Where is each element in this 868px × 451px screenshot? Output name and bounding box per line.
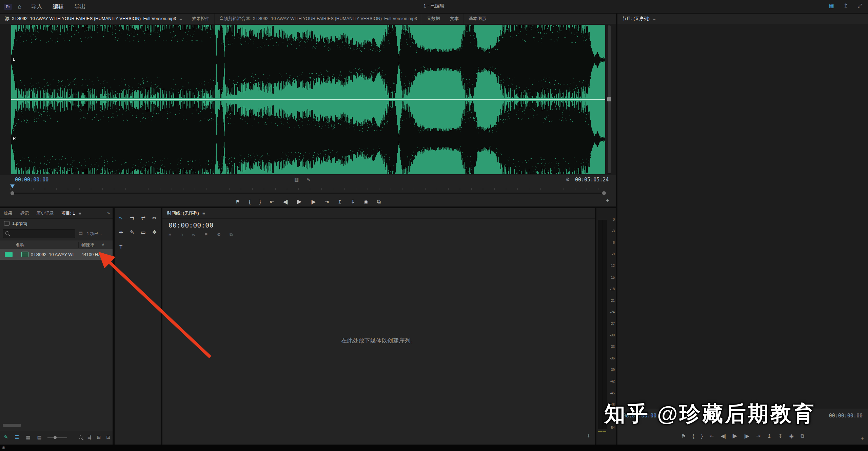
drag-audio-icon[interactable]: ∿ [307, 177, 311, 182]
search-bin-icon[interactable]: ▤ [79, 231, 83, 236]
slip-tool[interactable]: ⇹ [115, 227, 126, 237]
add-panel-button[interactable]: + [606, 197, 609, 204]
source-time-ruler[interactable] [0, 184, 616, 191]
drag-video-icon[interactable]: ▥ [294, 177, 299, 182]
add-marker-button[interactable]: ⚑ [235, 199, 240, 204]
go-to-in-button[interactable]: ⇤ [710, 433, 714, 438]
clip-name[interactable]: XTS092_10 AWAY WITH YO [31, 252, 74, 257]
step-forward-button[interactable]: |▶ [311, 199, 316, 204]
project-name[interactable]: 1.prproj [12, 221, 27, 226]
source-tab-4[interactable]: 文本 [445, 14, 464, 24]
pen-tool[interactable]: ✎ [126, 227, 138, 237]
track-select-forward-tool[interactable]: ⇉ [126, 213, 138, 223]
project-tab-1[interactable]: 标记 [16, 208, 33, 218]
writable-icon[interactable]: ✎ [4, 434, 8, 440]
go-to-in-button[interactable]: ⇤ [270, 199, 274, 204]
selection-tool[interactable]: ↖ [115, 213, 126, 223]
mark-in-button[interactable]: { [249, 199, 251, 204]
add-track-button[interactable]: + [587, 433, 590, 440]
step-forward-button[interactable]: |▶ [744, 433, 749, 438]
tab-label: 元数据 [427, 16, 440, 22]
meter-scale-label: -9 [607, 252, 615, 256]
mark-out-button[interactable]: } [701, 433, 703, 438]
panel-overflow-icon[interactable]: » [107, 210, 110, 216]
timeline-drop-zone[interactable]: 在此处放下媒体以创建序列。 [162, 242, 595, 439]
timeline-settings-icon[interactable]: ⚙ [217, 232, 221, 237]
project-tab-0[interactable]: 效果 [0, 208, 16, 218]
source-tab-3[interactable]: 元数据 [422, 14, 445, 24]
source-tab-2[interactable]: 音频剪辑混合器: XTS092_10 AWAY WITH YOUR FAIRIE… [215, 14, 422, 24]
lift-button[interactable]: ↥ [767, 433, 772, 438]
add-marker-button[interactable]: ⚑ [681, 433, 686, 438]
source-zoom-bar[interactable] [0, 191, 616, 196]
icon-view-icon[interactable]: ▦ [26, 434, 30, 440]
list-view-icon[interactable]: ☰ [15, 434, 19, 440]
add-marker-icon[interactable]: ⚑ [204, 232, 208, 237]
go-to-out-button[interactable]: ⇥ [756, 433, 761, 438]
type-tool[interactable]: T [115, 241, 126, 252]
meter-scale-label: -12 [607, 264, 615, 268]
ripple-edit-tool[interactable]: ⇄ [138, 213, 149, 223]
titlebar: Pr ⌂ 导入编辑导出 1 - 已编辑 ▦↥⤢ [0, 0, 868, 14]
caption-track-icon[interactable]: ⧉ [230, 232, 233, 237]
freeform-view-icon[interactable]: ▤ [37, 434, 42, 440]
mark-in-button[interactable]: { [693, 433, 694, 438]
quick-export-icon[interactable]: ↥ [844, 2, 848, 9]
settings-wrench-icon[interactable]: ⚙ [566, 177, 570, 182]
source-tab-1[interactable]: 效果控件 [187, 14, 215, 24]
new-item-icon[interactable]: ⊡ [106, 434, 110, 440]
project-tab-2[interactable]: 历史记录 [33, 208, 58, 218]
source-position-timecode[interactable]: 00:00:00:00 [15, 177, 48, 183]
proxy-button[interactable]: ⧉ [801, 433, 804, 438]
workspace-icon[interactable]: ▦ [829, 2, 834, 9]
find-icon[interactable] [79, 435, 82, 439]
new-bin-icon[interactable]: ⊞ [97, 434, 101, 440]
play-button[interactable]: ▶ [297, 198, 302, 204]
scrollbar-handle[interactable] [607, 97, 611, 101]
panel-menu-icon[interactable]: ≡ [179, 16, 182, 21]
comparison-view-button[interactable]: ⧉ [377, 199, 381, 204]
add-panel-button[interactable]: + [861, 435, 864, 442]
timeline-tab[interactable]: 时间线: (无序列) ≡ [162, 208, 210, 218]
search-input[interactable] [3, 229, 75, 238]
column-name[interactable]: 名称 [16, 242, 24, 248]
program-video-area[interactable] [617, 24, 868, 409]
panel-menu-icon[interactable]: ≡ [653, 16, 656, 21]
snap-icon[interactable]: ∩ [180, 232, 183, 237]
monitor-scrollbar[interactable] [607, 25, 611, 174]
panel-menu-icon[interactable]: ≡ [78, 211, 81, 216]
table-row[interactable]: XTS092_10 AWAY WITH YO 44100 Hz [0, 249, 113, 260]
step-back-button[interactable]: ◀| [721, 433, 726, 438]
zoom-slider[interactable] [47, 437, 67, 438]
zoom-handle-left[interactable] [11, 191, 14, 195]
export-frame-button[interactable]: ◉ [789, 433, 794, 438]
nest-toggle-icon[interactable]: ⧈ [169, 232, 171, 237]
source-tab-0[interactable]: 源: XTS092_10 AWAY WITH YOUR FAIRIES (HUM… [0, 14, 187, 24]
overwrite-button[interactable]: ↧ [351, 199, 355, 204]
zoom-handle-right[interactable] [602, 191, 606, 195]
column-frame-rate[interactable]: 帧速率 [78, 242, 95, 248]
project-tab-3[interactable]: 项目: 1≡ [58, 208, 85, 218]
razor-tool[interactable]: ✂ [149, 213, 160, 223]
fullscreen-icon[interactable]: ⤢ [857, 3, 862, 9]
project-table-header[interactable]: 名称 帧速率 ∧ [0, 240, 113, 250]
project-hscrollbar[interactable] [3, 424, 21, 427]
play-button[interactable]: ▶ [733, 433, 737, 439]
timeline-timecode[interactable]: 00:00:00:00 [169, 221, 213, 229]
rectangle-tool[interactable]: ▭ [138, 227, 149, 237]
linked-selection-icon[interactable]: ∞ [192, 232, 195, 237]
insert-button[interactable]: ↥ [338, 199, 342, 204]
source-tab-5[interactable]: 基本图形 [464, 14, 491, 24]
panel-menu-icon[interactable]: ≡ [202, 211, 205, 216]
export-frame-button[interactable]: ◉ [364, 199, 368, 204]
mark-out-button[interactable]: } [259, 199, 261, 204]
go-to-out-button[interactable]: ⇥ [324, 199, 329, 204]
automate-sequence-icon[interactable]: ⇶ [87, 434, 92, 440]
program-tab[interactable]: 节目: (无序列) ≡ [617, 14, 660, 24]
sort-ascending-icon[interactable]: ∧ [102, 242, 104, 247]
extract-button[interactable]: ↧ [778, 433, 783, 438]
hand-tool[interactable]: ✥ [149, 227, 160, 237]
step-back-button[interactable]: ◀| [283, 199, 288, 204]
label-color-chip[interactable] [5, 252, 13, 257]
audio-waveform[interactable] [11, 25, 605, 174]
